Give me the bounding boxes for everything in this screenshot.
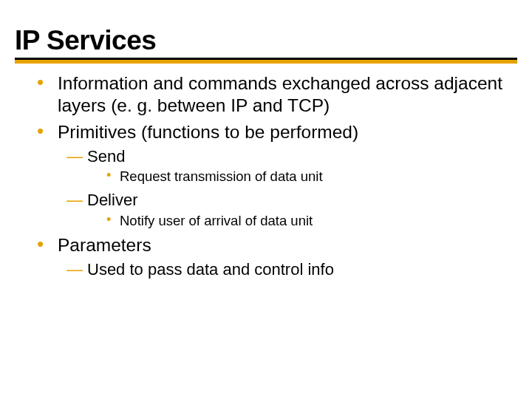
bullet-text: Request transmission of data unit [120,168,323,184]
bullet-list: Information and commands exchanged acros… [15,72,517,279]
title-rule-accent [15,60,517,64]
bullet-text: Deliver [87,191,137,209]
list-item: Parameters Used to pass data and control… [37,234,517,279]
list-item: Information and commands exchanged acros… [37,72,517,117]
list-item: Deliver Notify user of arrival of data u… [71,190,517,230]
sub-sub-list: Request transmission of data unit [87,168,517,185]
list-item: Notify user of arrival of data unit [106,212,517,230]
bullet-text: Parameters [58,235,151,255]
page-title: IP Services [15,25,517,56]
bullet-text: Primitives (functions to be performed) [58,122,358,142]
bullet-text: Information and commands exchanged acros… [58,73,502,115]
sub-list: Send Request transmission of data unit D… [58,146,517,230]
list-item: Request transmission of data unit [106,168,517,185]
list-item: Used to pass data and control info [71,259,517,280]
sub-list: Used to pass data and control info [58,259,517,280]
slide: IP Services Information and commands exc… [0,0,532,399]
bullet-text: Send [87,147,125,166]
sub-sub-list: Notify user of arrival of data unit [87,212,517,230]
list-item: Send Request transmission of data unit [71,146,517,186]
list-item: Primitives (functions to be performed) S… [37,121,517,230]
bullet-text: Used to pass data and control info [87,260,334,279]
bullet-text: Notify user of arrival of data unit [120,213,313,228]
